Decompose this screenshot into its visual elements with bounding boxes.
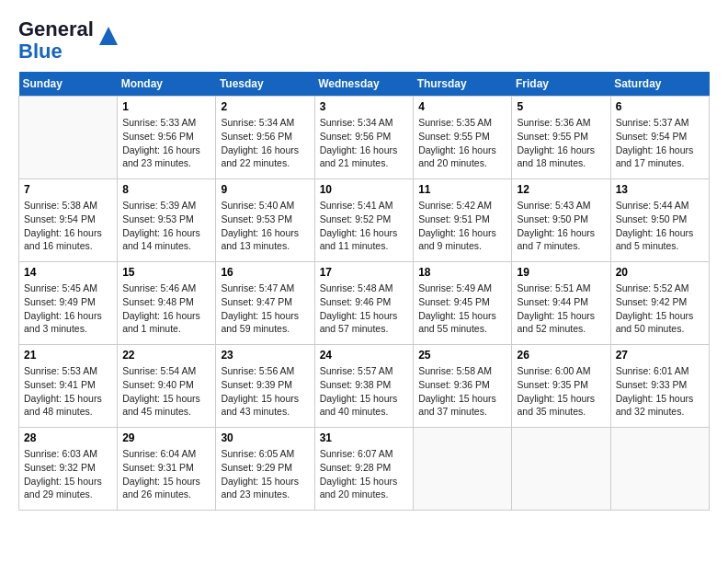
sunset-text: Sunset: 9:31 PM: [122, 461, 210, 475]
weekday-header: Saturday: [610, 72, 709, 97]
day-info: Sunrise: 5:54 AMSunset: 9:40 PMDaylight:…: [122, 364, 210, 419]
calendar-cell: 6Sunrise: 5:37 AMSunset: 9:54 PMDaylight…: [610, 97, 709, 179]
sunset-text: Sunset: 9:56 PM: [221, 130, 309, 144]
calendar-cell: 25Sunrise: 5:58 AMSunset: 9:36 PMDayligh…: [414, 345, 512, 428]
calendar-week-row: 1Sunrise: 5:33 AMSunset: 9:56 PMDaylight…: [19, 97, 710, 179]
sunrise-text: Sunrise: 6:07 AM: [320, 447, 409, 461]
calendar-cell: 1Sunrise: 5:33 AMSunset: 9:56 PMDaylight…: [118, 97, 216, 179]
day-info: Sunrise: 5:39 AMSunset: 9:53 PMDaylight:…: [122, 199, 210, 253]
calendar-cell: 26Sunrise: 6:00 AMSunset: 9:35 PMDayligh…: [512, 345, 610, 428]
sunrise-text: Sunrise: 6:05 AM: [221, 447, 309, 461]
sunrise-text: Sunrise: 5:52 AM: [616, 282, 704, 295]
sunrise-text: Sunrise: 5:37 AM: [616, 116, 704, 130]
calendar-cell: 22Sunrise: 5:54 AMSunset: 9:40 PMDayligh…: [118, 345, 216, 428]
daylight-text: Daylight: 15 hours and 57 minutes.: [320, 309, 409, 336]
day-number: 27: [616, 349, 704, 362]
day-info: Sunrise: 5:45 AMSunset: 9:49 PMDaylight:…: [24, 282, 112, 336]
day-info: Sunrise: 5:49 AMSunset: 9:45 PMDaylight:…: [418, 282, 506, 336]
day-number: 10: [320, 183, 409, 196]
sunset-text: Sunset: 9:55 PM: [418, 130, 506, 144]
daylight-text: Daylight: 15 hours and 52 minutes.: [517, 309, 605, 336]
day-number: 7: [24, 183, 112, 196]
calendar-cell: 16Sunrise: 5:47 AMSunset: 9:47 PMDayligh…: [216, 262, 314, 345]
day-number: 5: [517, 100, 605, 113]
day-number: 15: [122, 266, 210, 279]
daylight-text: Daylight: 15 hours and 43 minutes.: [221, 392, 309, 419]
day-info: Sunrise: 5:44 AMSunset: 9:50 PMDaylight:…: [616, 199, 704, 253]
sunset-text: Sunset: 9:39 PM: [221, 378, 309, 392]
daylight-text: Daylight: 16 hours and 16 minutes.: [24, 226, 112, 253]
weekday-header: Wednesday: [314, 72, 414, 97]
weekday-header: Friday: [512, 72, 610, 97]
calendar-cell: 4Sunrise: 5:35 AMSunset: 9:55 PMDaylight…: [414, 97, 512, 179]
day-info: Sunrise: 6:03 AMSunset: 9:32 PMDaylight:…: [24, 447, 112, 501]
day-number: 16: [221, 266, 309, 279]
daylight-text: Daylight: 15 hours and 20 minutes.: [320, 475, 409, 501]
daylight-text: Daylight: 15 hours and 48 minutes.: [24, 392, 112, 419]
sunset-text: Sunset: 9:53 PM: [122, 213, 210, 226]
day-number: 21: [24, 349, 112, 362]
daylight-text: Daylight: 16 hours and 18 minutes.: [517, 144, 605, 170]
sunrise-text: Sunrise: 5:48 AM: [320, 282, 409, 295]
daylight-text: Daylight: 16 hours and 22 minutes.: [221, 144, 309, 170]
calendar-cell: 10Sunrise: 5:41 AMSunset: 9:52 PMDayligh…: [314, 179, 414, 262]
daylight-text: Daylight: 15 hours and 29 minutes.: [24, 475, 112, 501]
sunrise-text: Sunrise: 5:33 AM: [122, 116, 210, 130]
day-info: Sunrise: 6:01 AMSunset: 9:33 PMDaylight:…: [616, 364, 704, 419]
day-info: Sunrise: 5:41 AMSunset: 9:52 PMDaylight:…: [320, 199, 409, 253]
sunrise-text: Sunrise: 5:35 AM: [418, 116, 506, 130]
daylight-text: Daylight: 15 hours and 32 minutes.: [616, 392, 704, 419]
weekday-header: Monday: [118, 72, 216, 97]
calendar-cell: 15Sunrise: 5:46 AMSunset: 9:48 PMDayligh…: [118, 262, 216, 345]
sunset-text: Sunset: 9:35 PM: [517, 378, 605, 392]
day-number: 14: [24, 266, 112, 279]
logo: GeneralBlue: [18, 18, 121, 63]
logo-text: GeneralBlue: [18, 18, 94, 63]
day-number: 19: [517, 266, 605, 279]
day-number: 8: [122, 183, 210, 196]
sunrise-text: Sunrise: 5:44 AM: [616, 199, 704, 213]
weekday-header: Thursday: [414, 72, 512, 97]
sunset-text: Sunset: 9:48 PM: [122, 295, 210, 309]
day-number: 2: [221, 100, 309, 113]
sunrise-text: Sunrise: 5:40 AM: [221, 199, 309, 213]
calendar-cell: 17Sunrise: 5:48 AMSunset: 9:46 PMDayligh…: [314, 262, 414, 345]
daylight-text: Daylight: 16 hours and 23 minutes.: [122, 144, 210, 170]
calendar-cell: 29Sunrise: 6:04 AMSunset: 9:31 PMDayligh…: [118, 428, 216, 511]
day-info: Sunrise: 5:46 AMSunset: 9:48 PMDaylight:…: [122, 282, 210, 336]
day-info: Sunrise: 5:43 AMSunset: 9:50 PMDaylight:…: [517, 199, 605, 253]
day-number: 18: [418, 266, 506, 279]
sunset-text: Sunset: 9:53 PM: [221, 213, 309, 226]
daylight-text: Daylight: 15 hours and 37 minutes.: [418, 392, 506, 419]
day-info: Sunrise: 5:51 AMSunset: 9:44 PMDaylight:…: [517, 282, 605, 336]
sunset-text: Sunset: 9:45 PM: [418, 295, 506, 309]
sunset-text: Sunset: 9:29 PM: [221, 461, 309, 475]
calendar-cell: 8Sunrise: 5:39 AMSunset: 9:53 PMDaylight…: [118, 179, 216, 262]
sunrise-text: Sunrise: 6:01 AM: [616, 364, 704, 378]
calendar-cell: 27Sunrise: 6:01 AMSunset: 9:33 PMDayligh…: [610, 345, 709, 428]
daylight-text: Daylight: 15 hours and 23 minutes.: [221, 475, 309, 501]
day-info: Sunrise: 5:34 AMSunset: 9:56 PMDaylight:…: [320, 116, 409, 170]
calendar-week-row: 14Sunrise: 5:45 AMSunset: 9:49 PMDayligh…: [19, 262, 710, 345]
day-info: Sunrise: 5:38 AMSunset: 9:54 PMDaylight:…: [24, 199, 112, 253]
day-info: Sunrise: 6:05 AMSunset: 9:29 PMDaylight:…: [221, 447, 309, 501]
calendar-table: SundayMondayTuesdayWednesdayThursdayFrid…: [18, 72, 710, 511]
day-number: 11: [418, 183, 506, 196]
day-number: 23: [221, 349, 309, 362]
calendar-header: SundayMondayTuesdayWednesdayThursdayFrid…: [19, 72, 710, 97]
calendar-cell: 3Sunrise: 5:34 AMSunset: 9:56 PMDaylight…: [314, 97, 414, 179]
daylight-text: Daylight: 16 hours and 13 minutes.: [221, 226, 309, 253]
calendar-cell: 5Sunrise: 5:36 AMSunset: 9:55 PMDaylight…: [512, 97, 610, 179]
sunset-text: Sunset: 9:33 PM: [616, 378, 704, 392]
calendar-cell: [610, 428, 709, 511]
daylight-text: Daylight: 16 hours and 11 minutes.: [320, 226, 409, 253]
weekday-header: Tuesday: [216, 72, 314, 97]
sunset-text: Sunset: 9:44 PM: [517, 295, 605, 309]
calendar-cell: 30Sunrise: 6:05 AMSunset: 9:29 PMDayligh…: [216, 428, 314, 511]
day-number: 25: [418, 349, 506, 362]
sunset-text: Sunset: 9:56 PM: [320, 130, 409, 144]
day-number: 13: [616, 183, 704, 196]
sunrise-text: Sunrise: 5:45 AM: [24, 282, 112, 295]
calendar-cell: 18Sunrise: 5:49 AMSunset: 9:45 PMDayligh…: [414, 262, 512, 345]
calendar-week-row: 21Sunrise: 5:53 AMSunset: 9:41 PMDayligh…: [19, 345, 710, 428]
